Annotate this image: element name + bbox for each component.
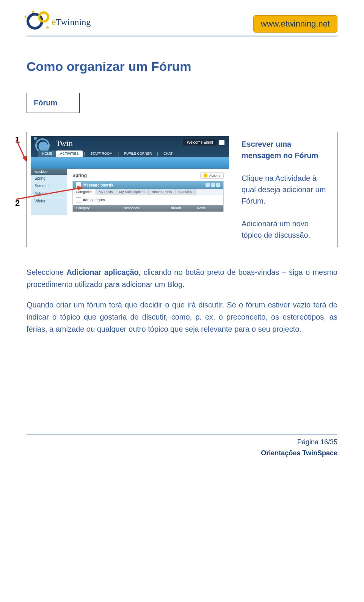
message-boards-panel: Message boards Categories My Posts My Su… bbox=[72, 181, 224, 212]
welcome-badge: Welcome Ellen! bbox=[183, 139, 217, 146]
page-footer: Página 16/35 Orientações TwinSpace bbox=[27, 434, 337, 457]
app-subheader bbox=[31, 157, 229, 169]
add-category-link[interactable]: Add category bbox=[73, 195, 223, 205]
description-cell: Escrever uma mensagem no Fórum Clique na… bbox=[233, 132, 337, 247]
app-logo: TwinSpace bbox=[56, 138, 93, 148]
sidebar: Activities Spring Sommer Autumn Winter bbox=[31, 169, 67, 215]
desc-p2: Adicionará um novo tópico de discussão. bbox=[242, 218, 330, 241]
nav-activities[interactable]: ACTIVITIES bbox=[56, 150, 83, 157]
panel-controls[interactable] bbox=[204, 183, 220, 188]
tab-categories[interactable]: Categories bbox=[73, 189, 96, 195]
sidebar-item-sommer[interactable]: Sommer bbox=[31, 182, 67, 190]
tab-statistics[interactable]: Statistics bbox=[176, 189, 196, 195]
page-header: ★★★ eTwinning www.etwinning.net bbox=[27, 11, 337, 36]
col-category: Category bbox=[76, 206, 122, 210]
panel-title: Message boards bbox=[83, 183, 113, 187]
page-number: Página 16/35 bbox=[27, 438, 337, 446]
nav-chat[interactable]: CHAT bbox=[160, 150, 176, 157]
twinspace-app: TwinSpace Welcome Ellen! HOME ACTIVITIES… bbox=[31, 136, 229, 215]
column-headers: Category Categories Threads Posts bbox=[73, 205, 223, 212]
sidebar-item-winter[interactable]: Winter bbox=[31, 198, 67, 205]
logo-text: eTwinning bbox=[52, 16, 91, 28]
page-title: Como organizar um Fórum bbox=[27, 59, 337, 74]
tab-recent-posts[interactable]: Recent Posts bbox=[149, 189, 176, 195]
col-threads: Threads bbox=[169, 206, 197, 210]
doc-title: Orientações TwinSpace bbox=[27, 449, 337, 457]
body-text: Seleccione Adicionar aplicação, clicando… bbox=[27, 266, 337, 335]
desc-p1: Clique na Actividade à qual deseja adici… bbox=[242, 172, 330, 207]
logo-icon: ★★★ bbox=[27, 11, 49, 33]
panel-tabs: Categories My Posts My Subscriptions Rec… bbox=[73, 189, 223, 195]
user-icon[interactable] bbox=[219, 140, 224, 145]
desc-heading: Escrever uma mensagem no Fórum bbox=[242, 140, 318, 160]
nav-staff-room[interactable]: STAFF ROOM bbox=[86, 150, 116, 157]
actions-button[interactable]: Actions bbox=[200, 172, 224, 179]
body-p2: Quando criar um fórum terá que decidir o… bbox=[27, 299, 337, 335]
col-categories: Categories bbox=[122, 206, 169, 210]
sidebar-item-spring[interactable]: Spring bbox=[31, 175, 67, 182]
etwinning-logo: ★★★ eTwinning bbox=[27, 11, 91, 33]
body-p1: Seleccione Adicionar aplicação, clicando… bbox=[27, 266, 337, 290]
nav-home[interactable]: HOME bbox=[38, 150, 56, 157]
forum-label-cell: Fórum bbox=[27, 93, 80, 113]
step-number-2: 2 bbox=[15, 198, 20, 208]
tab-my-posts[interactable]: My Posts bbox=[96, 189, 116, 195]
nav-pupils-corner[interactable]: PUPILS CORNER bbox=[120, 150, 156, 157]
app-header: TwinSpace Welcome Ellen! HOME ACTIVITIES… bbox=[31, 136, 229, 157]
url-badge: www.etwinning.net bbox=[253, 15, 337, 33]
welcome-area: Welcome Ellen! bbox=[183, 139, 224, 146]
screenshot-cell: TwinSpace Welcome Ellen! HOME ACTIVITIES… bbox=[27, 132, 233, 247]
main-content: Spring Actions Message boards bbox=[67, 169, 229, 215]
tab-my-subscriptions[interactable]: My Subscriptions bbox=[116, 189, 149, 195]
arrow-1 bbox=[16, 140, 27, 161]
breadcrumb: Spring bbox=[72, 173, 87, 178]
forum-label: Fórum bbox=[34, 99, 72, 107]
col-posts: Posts bbox=[197, 206, 220, 210]
instruction-row: 1 2 TwinSpace Welcome Ellen! HOME A bbox=[27, 132, 337, 247]
sidebar-header: Activities bbox=[31, 169, 67, 175]
main-nav: HOME ACTIVITIES | STAFF ROOM | PUPILS CO… bbox=[38, 150, 176, 157]
